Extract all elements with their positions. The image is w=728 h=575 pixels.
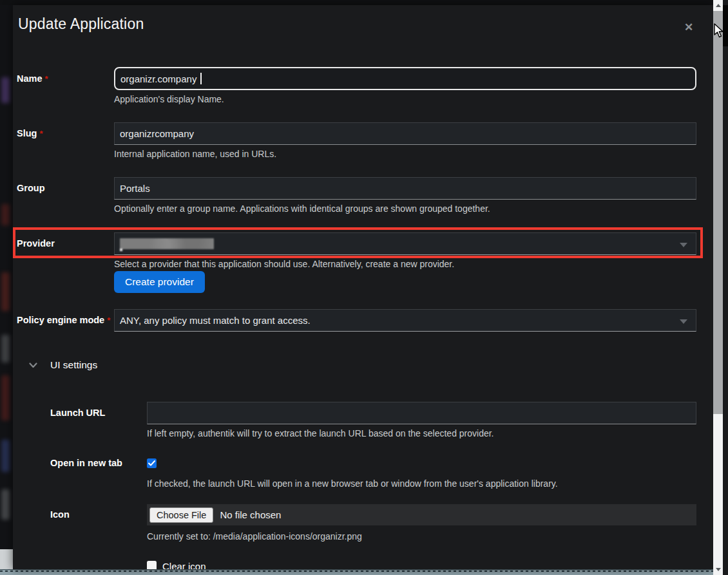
close-icon[interactable]: ✕ [680, 19, 697, 36]
group-label: Group [17, 183, 45, 193]
group-input[interactable] [114, 177, 696, 200]
choose-file-button[interactable]: Choose File [149, 507, 213, 523]
background-top-edge [0, 0, 713, 5]
launch-url-input[interactable] [147, 402, 696, 424]
required-marker: * [39, 129, 43, 138]
provider-label: Provider [17, 238, 55, 249]
chevron-down-icon [29, 363, 37, 368]
scrollbar-down-arrow[interactable] [713, 564, 723, 575]
name-label: Name [17, 73, 43, 84]
ui-settings-section-label: UI settings [50, 359, 97, 371]
scrollbar[interactable] [713, 0, 723, 575]
provider-select[interactable] [114, 232, 696, 255]
launch-url-label: Launch URL [50, 408, 105, 418]
slug-label: Slug [17, 128, 37, 138]
update-application-modal: Update Application ✕ Name* Application's… [13, 5, 713, 569]
modal-title: Update Application [18, 15, 144, 33]
background-page-sliver [0, 0, 13, 575]
form-row-open-in-new-tab: Open in new tab If checked, the launch U… [17, 458, 696, 489]
background-blur-artifact [1, 77, 10, 103]
triangle-down-icon [716, 568, 721, 571]
text-cursor [200, 73, 202, 84]
open-in-new-tab-checkbox[interactable] [147, 458, 157, 468]
name-help: Application's display Name. [114, 94, 696, 104]
chevron-down-icon [680, 319, 687, 324]
scrollbar-up-arrow[interactable] [713, 0, 723, 11]
name-input[interactable] [114, 67, 696, 90]
background-blur-artifact [1, 204, 10, 225]
form-row-name: Name* Application's display Name. [17, 67, 696, 104]
slug-input[interactable] [114, 122, 696, 145]
form-row-slug: Slug* Internal application name, used in… [17, 122, 696, 159]
background-blur-artifact [1, 440, 10, 472]
policy-engine-mode-label: Policy engine mode [17, 315, 104, 325]
background-right-edge [723, 0, 728, 575]
form-row-launch-url: Launch URL If left empty, authentik will… [17, 402, 696, 438]
form-row-provider: Provider Select a provider that this app… [17, 232, 696, 293]
background-blur-artifact [1, 489, 10, 520]
form-row-icon: Icon Choose File No file chosen Currentl… [17, 504, 696, 542]
clear-icon-checkbox[interactable] [147, 561, 157, 569]
provider-help: Select a provider that this application … [114, 259, 696, 269]
ui-settings-section-toggle[interactable]: UI settings [29, 359, 97, 371]
clear-icon-label: Clear icon [162, 561, 206, 569]
background-bottom-edge [0, 569, 713, 575]
check-icon [148, 460, 155, 466]
open-in-new-tab-label: Open in new tab [50, 458, 122, 468]
background-blur-artifact [1, 375, 10, 420]
slug-help: Internal application name, used in URLs. [114, 149, 696, 159]
redacted-provider-value [120, 238, 214, 249]
icon-file-input[interactable]: Choose File No file chosen [147, 504, 696, 525]
icon-help: Currently set to: /media/application-ico… [147, 531, 696, 542]
launch-url-help: If left empty, authentik will try to ext… [147, 428, 696, 438]
required-marker: * [107, 316, 110, 325]
required-marker: * [45, 74, 48, 84]
group-help: Optionally enter a group name. Applicati… [114, 203, 696, 214]
chevron-down-icon [680, 243, 687, 247]
form-row-policy-engine-mode: Policy engine mode* ANY, any policy must… [17, 309, 696, 332]
background-blur-artifact [1, 335, 10, 363]
open-in-new-tab-help: If checked, the launch URL will open in … [147, 478, 696, 489]
triangle-up-icon [716, 4, 721, 7]
policy-engine-mode-value: ANY, any policy must match to grant acce… [120, 315, 311, 326]
background-right-notch [723, 5, 728, 46]
icon-label: Icon [50, 509, 70, 520]
scrollbar-thumb[interactable] [713, 11, 723, 414]
background-blur-artifact [1, 272, 10, 311]
create-provider-button[interactable]: Create provider [114, 271, 205, 293]
form-row-group: Group Optionally enter a group name. App… [17, 177, 696, 214]
form-row-clear-icon: Clear icon [17, 561, 696, 569]
file-chosen-status: No file chosen [220, 509, 281, 520]
policy-engine-mode-select[interactable]: ANY, any policy must match to grant acce… [114, 309, 696, 332]
